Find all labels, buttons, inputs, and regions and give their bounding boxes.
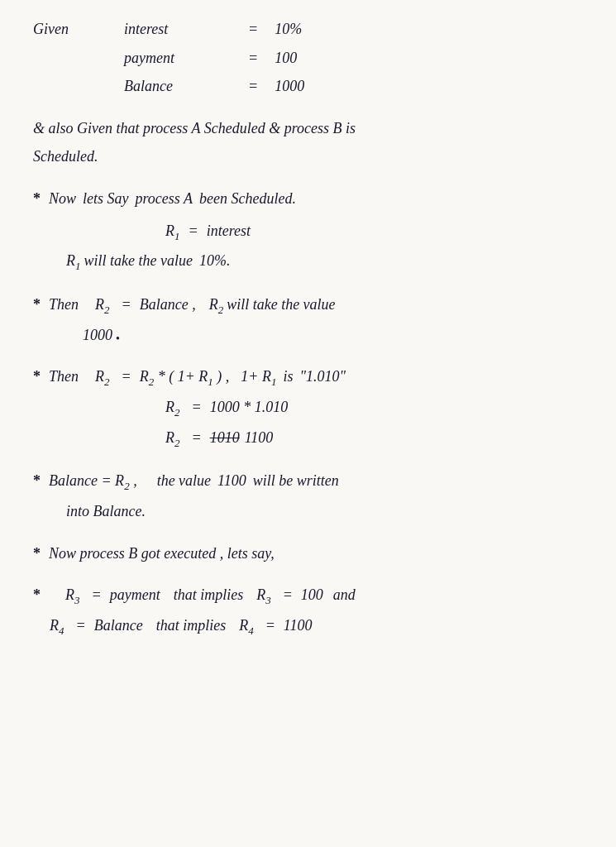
into-balance: into Balance. [66,499,146,524]
then-label: Then [49,292,79,318]
r4-r4-var: R4 [239,613,254,640]
val-1100: 1100 [217,468,246,494]
payment-label: payment [124,45,240,71]
star2: * [33,292,41,318]
payment-val: 100 [275,45,297,71]
balance-r2-text: Balance = R2 , [49,468,137,495]
r4-line: R4 = Balance that implies R4 = 1100 [33,613,583,640]
r2-take-text: will take the value [227,292,335,318]
r4-eq: = [76,613,86,639]
balance-val: 1000 [275,74,304,99]
page: Given interest = 10% payment = 100 Balan… [0,0,616,847]
star6: * [33,582,41,608]
also-given-section: & also Given that process A Scheduled & … [33,116,583,170]
interest-label: interest [124,17,240,42]
r3-r3-var: R3 [256,582,271,610]
r2b-formula: R2 * ( 1+ R1 ) , [140,364,230,391]
the-value: the value [157,468,211,494]
and-text: and [333,582,356,608]
r2d-eq: = [192,425,202,451]
r2d-strike: 1010 [210,425,240,451]
r1-val: interest [207,218,251,244]
r2-val: 1000 [83,323,112,348]
r2-line: * Then R2 = Balance , R2 will take the v… [33,292,583,319]
r2-eq: = [122,292,131,318]
process-b-line: * Now process B got executed , lets say, [33,541,583,567]
balance-label: Balance [124,74,240,99]
r4-implies: that implies [156,613,227,639]
r2d-val: 1100 [245,425,274,451]
star5: * [33,541,41,567]
r1-will-val: 10%. [199,248,231,274]
star4: * [33,468,41,494]
r2-var: R2 [95,292,110,319]
r2-balance: Balance , [140,292,196,318]
now-line: * Now lets Say process A been Scheduled. [33,186,583,212]
r1-will-text: will take the value [84,248,193,274]
r2b-var: R2 [95,364,110,391]
interest-val: 10% [275,17,302,42]
r2-take-var: R2 [209,292,224,319]
given-line: Given interest = 10% [33,17,583,42]
r1-var: R1 [165,218,180,246]
r4-val: 1100 [284,613,313,639]
also-given-line: & also Given that process A Scheduled & … [33,116,583,141]
payment-eq: = [248,45,258,71]
r1-eq: = [189,218,198,244]
r4-r4-eq: = [265,613,275,639]
balance-r2-line: * Balance = R2 , the value 1100 will be … [33,468,583,495]
r2c-eq: = [192,395,202,420]
balance-eq: = [248,74,258,99]
given-section: Given interest = 10% payment = 100 Balan… [33,17,583,99]
r2-formula-line: * Then R2 = R2 * ( 1+ R1 ) , 1+ R1 is "1… [33,364,583,391]
1r1-text: 1+ R1 [241,364,276,391]
been-scheduled: been Scheduled. [199,186,296,212]
r2c-var: R2 [165,395,180,422]
r2b-eq: = [122,364,131,390]
interest-eq: = [248,17,258,42]
balance-r2-section: * Balance = R2 , the value 1100 will be … [33,468,583,524]
balance-line: Balance = 1000 [33,74,583,99]
r2-formula-section: * Then R2 = R2 * ( 1+ R1 ) , 1+ R1 is "1… [33,364,583,452]
r2-section: * Then R2 = Balance , R2 will take the v… [33,292,583,347]
star3: * [33,364,41,390]
r2c-line: R2 = 1000 * 1.010 [165,395,583,422]
then2-label: Then [49,364,79,390]
scheduled-text: Scheduled. [33,144,98,170]
into-balance-line: into Balance. [33,499,583,524]
r1-line: R1 = interest [165,218,583,246]
now-label: Now [49,186,76,212]
r3-val: 100 [301,582,323,608]
r3-r4-section: * R3 = payment that implies R3 = 100 and… [33,582,583,639]
r3-eq: = [92,582,102,608]
r2d-line: R2 = 1010 1100 [165,425,583,452]
r2c-val: 1000 * 1.010 [210,395,289,420]
r3-implies: that implies [174,582,244,608]
1r1-val: "1.010" [299,364,346,390]
r3-r3-eq: = [283,582,293,608]
process-b-section: * Now process B got executed , lets say, [33,541,583,567]
r3-line: * R3 = payment that implies R3 = 100 and [33,582,583,610]
r2d-var: R2 [165,425,180,452]
r1-will-line: R1 will take the value 10%. [33,248,583,275]
1r1-is: is [283,364,293,390]
r1-will-var: R1 [66,248,81,275]
also-given-text: & also Given that process A Scheduled & … [33,116,356,141]
r3-payment: payment [110,582,160,608]
payment-line: payment = 100 [33,45,583,71]
now-process-b: Now process B got executed , lets say, [49,541,275,567]
will-be-written: will be written [253,468,339,494]
r2-val-line: 1000 ● [33,323,583,348]
lets-say: lets Say [83,186,129,212]
now-section: * Now lets Say process A been Scheduled.… [33,186,583,275]
process-a: process A [136,186,193,212]
star1: * [33,186,41,212]
r4-var: R4 [50,613,64,640]
r4-balance: Balance [94,613,143,639]
bullet2: ● [116,333,120,344]
scheduled-line: Scheduled. [33,144,583,170]
r3-var: R3 [65,582,80,610]
given-label: Given [33,17,99,42]
